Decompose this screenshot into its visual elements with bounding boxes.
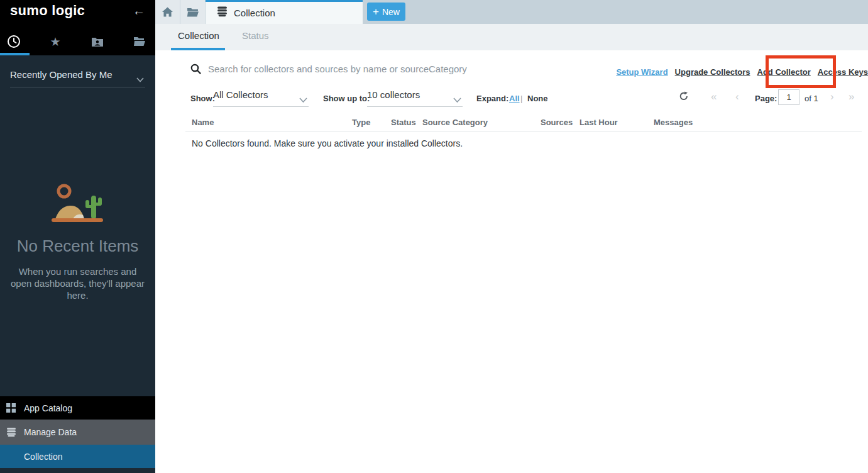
expand-separator: | — [520, 94, 522, 103]
table-header-divider — [185, 131, 862, 132]
column-header-messages: Messages — [654, 118, 693, 127]
chevron-down-icon — [299, 94, 307, 106]
library-folder-icon[interactable] — [130, 33, 149, 50]
no-recent-items-description: When you run searches and open dashboard… — [9, 265, 146, 301]
column-header-status: Status — [391, 118, 416, 127]
show-up-to-label: Show up to: — [323, 94, 370, 103]
library-tab-button[interactable] — [180, 0, 206, 24]
folder-icon — [187, 8, 199, 17]
page-number-input[interactable] — [778, 89, 799, 105]
expand-none-link[interactable]: None — [527, 94, 548, 103]
top-tab-bar: Collection + New — [155, 0, 868, 24]
refresh-icon[interactable] — [679, 91, 689, 103]
app-root: sumo logic ← ★ Recently Opened By Me — [0, 0, 868, 473]
recent-scope-label: Recently Opened By Me — [10, 69, 113, 80]
sumo-logic-logo: sumo logic — [10, 3, 85, 19]
next-page-icon[interactable]: › — [830, 91, 834, 103]
sidebar-icon-row: ★ — [0, 31, 155, 52]
expand-all-link[interactable]: All — [509, 94, 520, 103]
upgrade-collectors-link[interactable]: Upgrade Collectors — [675, 67, 750, 77]
collection-content: Setup Wizard Upgrade Collectors Add Coll… — [155, 50, 868, 473]
access-keys-link[interactable]: Access Keys — [818, 67, 868, 77]
action-links: Setup Wizard Upgrade Collectors Add Coll… — [616, 67, 868, 77]
no-collectors-message: No Collectors found. Make sure you activ… — [192, 138, 463, 148]
show-up-to-dropdown[interactable]: 10 collectors — [367, 89, 463, 107]
column-header-last-hour: Last Hour — [580, 118, 618, 127]
page-label: Page: — [755, 94, 777, 103]
sidebar-bottom-nav: App Catalog Manage Data Collection — [0, 396, 155, 473]
add-collector-link[interactable]: Add Collector — [757, 67, 811, 77]
desert-empty-state-illustration — [36, 183, 118, 226]
column-header-type: Type — [352, 118, 370, 127]
plus-icon: + — [373, 6, 379, 18]
search-icon — [190, 64, 201, 77]
recent-scope-dropdown[interactable]: Recently Opened By Me — [10, 69, 145, 87]
database-icon — [217, 6, 228, 19]
prev-page-icon[interactable]: ‹ — [735, 91, 739, 103]
home-button[interactable] — [155, 0, 180, 24]
home-icon — [162, 7, 173, 17]
sidebar-item-app-catalog[interactable]: App Catalog — [0, 396, 155, 420]
sidebar-item-manage-data[interactable]: Manage Data — [0, 420, 155, 445]
recent-clock-icon[interactable] — [4, 33, 23, 50]
expand-label: Expand: — [476, 94, 508, 103]
sidebar-item-collection[interactable]: Collection — [0, 445, 155, 468]
sidebar-item-label: Manage Data — [24, 427, 77, 437]
setup-wizard-link[interactable]: Setup Wizard — [616, 67, 667, 77]
recent-items-panel: Recently Opened By Me No R — [0, 55, 155, 395]
sidebar-item-label: App Catalog — [24, 403, 72, 413]
subtab-status[interactable]: Status — [242, 30, 269, 41]
sidebar-header: sumo logic ← ★ — [0, 0, 155, 55]
chevron-down-icon — [453, 94, 461, 106]
first-page-icon[interactable]: « — [711, 91, 717, 103]
page-total: of 1 — [805, 94, 818, 103]
new-button[interactable]: + New — [367, 3, 405, 21]
app-catalog-grid-icon — [6, 403, 18, 414]
tab-title: Collection — [234, 8, 275, 18]
column-header-sources: Sources — [541, 118, 573, 127]
shared-folder-icon[interactable] — [88, 33, 107, 50]
sidebar: sumo logic ← ★ Recently Opened By Me — [0, 0, 155, 473]
show-label: Show: — [190, 94, 215, 103]
chevron-down-icon — [136, 74, 144, 85]
column-header-name: Name — [192, 118, 214, 127]
tab-collection[interactable]: Collection — [206, 0, 363, 24]
no-recent-items-title: No Recent Items — [0, 237, 155, 256]
subtab-collection[interactable]: Collection — [178, 30, 219, 41]
column-header-source-category: Source Category — [422, 118, 488, 127]
last-page-icon[interactable]: » — [849, 91, 854, 103]
sidebar-nav-spacer — [0, 468, 155, 473]
favorites-star-icon[interactable]: ★ — [46, 33, 65, 50]
collapse-sidebar-icon[interactable]: ← — [133, 4, 145, 18]
search-input[interactable] — [208, 60, 585, 77]
sidebar-item-label: Collection — [24, 452, 62, 462]
subtab-bar: Collection Status — [155, 24, 868, 50]
database-icon — [6, 426, 18, 438]
main-area: Collection + New Collection Status Setup… — [155, 0, 868, 473]
show-dropdown[interactable]: All Collectors — [213, 89, 309, 107]
